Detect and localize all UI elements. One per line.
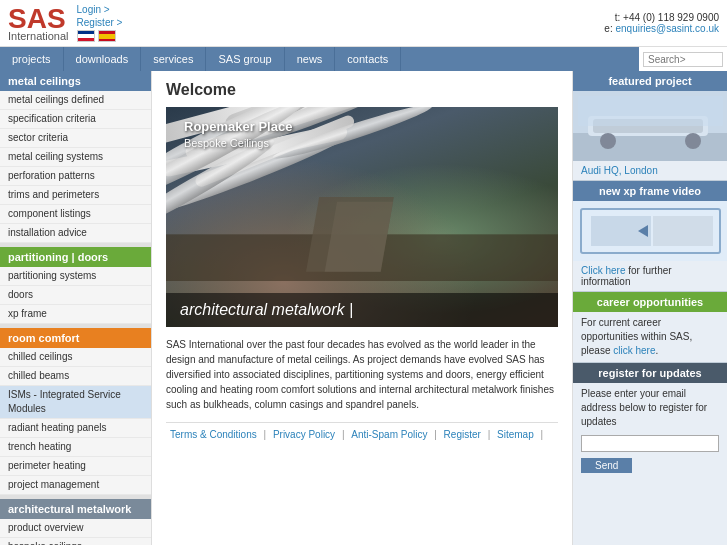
anti-spam-link[interactable]: Anti-Spam Policy (351, 429, 427, 440)
footer-sep-3: | (434, 429, 437, 440)
login-link[interactable]: Login > (77, 4, 123, 15)
phone-number: t: +44 (0) 118 929 0900 (604, 12, 719, 23)
nav-sas-group[interactable]: SAS group (206, 47, 284, 71)
sidebar-header-partitioning: partitioning | doors (0, 247, 151, 267)
search-input[interactable] (643, 52, 723, 67)
terms-link[interactable]: Terms & Conditions (170, 429, 257, 440)
sidebar-header-room-comfort: room comfort (0, 328, 151, 348)
sidebar-item-chilled-ceilings[interactable]: chilled ceilings (0, 348, 151, 367)
xp-frame-header: new xp frame video (573, 181, 727, 201)
hero-caption-top: Ropemaker Place (184, 119, 292, 134)
privacy-link[interactable]: Privacy Policy (273, 429, 335, 440)
main-content: Welcome (152, 71, 572, 545)
page-title: Welcome (166, 81, 558, 99)
footer-sep-1: | (263, 429, 266, 440)
sidebar-item-product-overview[interactable]: product overview (0, 519, 151, 538)
featured-project-header: featured project (573, 71, 727, 91)
hero-image: Ropemaker Place Bespoke Ceilings archite… (166, 107, 558, 327)
xp-frame-video-thumbnail[interactable] (573, 201, 727, 261)
footer-links: Terms & Conditions | Privacy Policy | An… (166, 422, 558, 440)
sidebar-item-doors[interactable]: doors (0, 286, 151, 305)
es-flag[interactable] (98, 30, 116, 42)
logo-international: International (8, 31, 69, 42)
email-link[interactable]: enquiries@sasint.co.uk (615, 23, 719, 34)
career-click-here-link[interactable]: click here (613, 345, 655, 356)
welcome-text: SAS International over the past four dec… (166, 337, 558, 412)
footer-sep-4: | (488, 429, 491, 440)
sidebar-item-partitioning-systems[interactable]: partitioning systems (0, 267, 151, 286)
nav-services[interactable]: services (141, 47, 206, 71)
sitemap-link[interactable]: Sitemap (497, 429, 534, 440)
audi-svg (573, 91, 727, 161)
sidebar-header-architectural-metalwork: architectural metalwork (0, 499, 151, 519)
uk-flag[interactable] (77, 30, 95, 42)
register-header: register for updates (573, 363, 727, 383)
main-layout: metal ceilings metal ceilings defined sp… (0, 71, 727, 545)
nav-projects[interactable]: projects (0, 47, 64, 71)
svg-rect-10 (573, 133, 727, 161)
email-info: e: enquiries@sasint.co.uk (604, 23, 719, 34)
sidebar-item-installation-advice[interactable]: installation advice (0, 224, 151, 243)
sidebar-item-isms[interactable]: ISMs - Integrated Service Modules (0, 386, 151, 419)
sidebar-header-metal-ceilings: metal ceilings (0, 71, 151, 91)
nav-bar: projects downloads services SAS group ne… (0, 47, 727, 71)
svg-rect-15 (578, 96, 723, 126)
login-area: Login > Register > (77, 4, 123, 42)
featured-project-image[interactable] (573, 91, 727, 161)
logo[interactable]: SAS International (8, 5, 69, 42)
footer-sep-5: | (541, 429, 544, 440)
sidebar-item-perimeter-heating[interactable]: perimeter heating (0, 457, 151, 476)
career-text: For current career opportunities within … (573, 312, 727, 362)
sidebar-item-project-management[interactable]: project management (0, 476, 151, 495)
ceiling-svg (166, 107, 558, 287)
email-field[interactable] (581, 435, 719, 452)
nav-contacts[interactable]: contacts (335, 47, 401, 71)
logo-area: SAS International Login > Register > (8, 4, 122, 42)
flags (77, 30, 123, 42)
xp-frame-svg (573, 201, 727, 261)
nav-news[interactable]: news (285, 47, 336, 71)
right-panel: featured project Audi HQ, London new xp … (572, 71, 727, 545)
sidebar-item-metal-ceilings-defined[interactable]: metal ceilings defined (0, 91, 151, 110)
email-prefix: e: (604, 23, 615, 34)
sidebar-item-trims-perimeters[interactable]: trims and perimeters (0, 186, 151, 205)
sidebar: metal ceilings metal ceilings defined sp… (0, 71, 152, 545)
click-here-text: Click here for further information (573, 261, 727, 291)
svg-rect-19 (653, 216, 713, 246)
sidebar-item-chilled-beams[interactable]: chilled beams (0, 367, 151, 386)
hero-caption-sub: Bespoke Ceilings (184, 137, 269, 149)
footer-sep-2: | (342, 429, 345, 440)
search-bar (639, 47, 727, 71)
sidebar-item-trench-heating[interactable]: trench heating (0, 438, 151, 457)
svg-point-13 (600, 133, 616, 149)
sidebar-item-bespoke-ceilings[interactable]: bespoke ceilings (0, 538, 151, 545)
click-here-link[interactable]: Click here (581, 265, 625, 276)
top-bar: SAS International Login > Register > t: … (0, 0, 727, 47)
register-link[interactable]: Register > (77, 17, 123, 28)
sidebar-item-sector-criteria[interactable]: sector criteria (0, 129, 151, 148)
hero-label: architectural metalwork | (166, 293, 558, 327)
career-header: career opportunities (573, 292, 727, 312)
sidebar-item-xp-frame[interactable]: xp frame (0, 305, 151, 324)
sidebar-item-radiant-heating-panels[interactable]: radiant heating panels (0, 419, 151, 438)
send-button[interactable]: Send (581, 458, 632, 473)
sidebar-item-component-listings[interactable]: component listings (0, 205, 151, 224)
featured-project-link[interactable]: Audi HQ, London (573, 161, 727, 180)
register-text: Please enter your email address below to… (573, 383, 727, 433)
svg-point-14 (685, 133, 701, 149)
register-footer-link[interactable]: Register (444, 429, 481, 440)
contact-info: t: +44 (0) 118 929 0900 e: enquiries@sas… (604, 12, 719, 34)
sidebar-item-specification-criteria[interactable]: specification criteria (0, 110, 151, 129)
sidebar-item-metal-ceiling-systems[interactable]: metal ceiling systems (0, 148, 151, 167)
nav-downloads[interactable]: downloads (64, 47, 142, 71)
sidebar-item-perforation-patterns[interactable]: perforation patterns (0, 167, 151, 186)
